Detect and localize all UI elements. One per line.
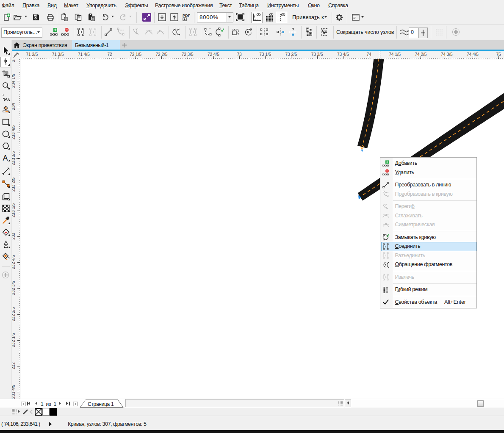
svg-text:A: A [3, 154, 8, 161]
svg-text:PDF: PDF [183, 14, 191, 18]
